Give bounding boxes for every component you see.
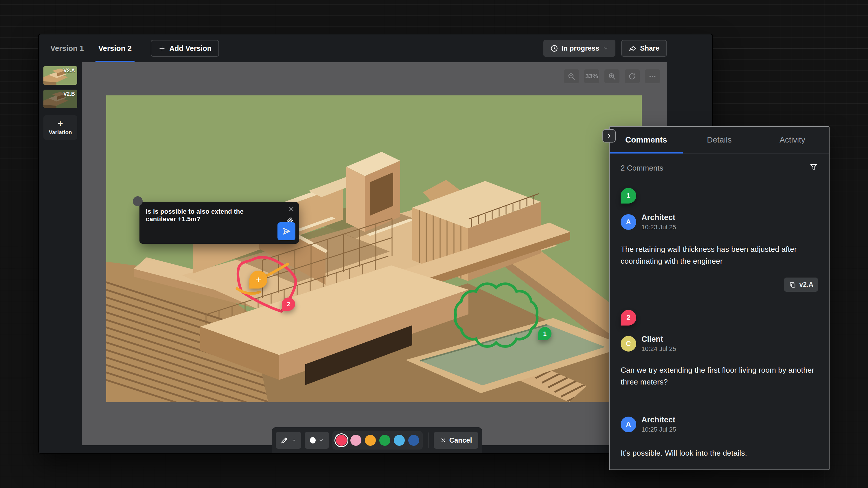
new-comment-pin[interactable]: +	[249, 270, 267, 289]
swatch-red[interactable]	[336, 435, 347, 446]
new-comment-pin-label: +	[255, 274, 261, 285]
close-icon[interactable]	[288, 205, 295, 214]
cancel-button[interactable]: Cancel	[434, 432, 478, 449]
swatch-lightblue[interactable]	[394, 435, 405, 446]
comments-panel: Comments Details Activity 2 Comments 1 A	[609, 126, 830, 470]
comment-text: It’s possible. Will look into the detail…	[621, 447, 818, 459]
comment-anchor-dot[interactable]	[133, 196, 143, 206]
zoom-in-icon	[608, 72, 616, 80]
panel-tabs: Comments Details Activity	[610, 127, 829, 154]
versions-icon	[789, 281, 796, 289]
zoom-out-button[interactable]	[564, 69, 579, 83]
avatar: A	[621, 214, 636, 230]
tab-version-2-label: Version 2	[98, 44, 132, 53]
comment-pin-1-label: 1	[543, 330, 547, 337]
comment-pin-1[interactable]: 1	[538, 327, 552, 340]
comment-reply[interactable]: A Architect 10:25 Jul 25 It’s possible. …	[621, 416, 818, 459]
tab-details[interactable]: Details	[683, 127, 756, 153]
more-options-button[interactable]	[645, 69, 660, 83]
plus-icon: +	[58, 120, 63, 128]
avatar: A	[621, 417, 636, 432]
status-dropdown[interactable]: In progress	[544, 40, 616, 57]
comment-pin-2-label: 2	[287, 301, 290, 307]
share-label: Share	[640, 44, 659, 52]
version-tag-chip[interactable]: v2.A	[784, 278, 818, 292]
chevron-down-icon	[318, 438, 324, 443]
comment-thread-1[interactable]: 1 A Architect 10:23 Jul 25 The retaining…	[621, 188, 818, 292]
refresh-icon	[628, 72, 636, 80]
chevron-up-icon	[291, 438, 297, 443]
thumbnail-v2a-label: V2.A	[63, 68, 75, 74]
add-variation-button[interactable]: + Variation	[43, 116, 77, 140]
comment-pin-2[interactable]: 2	[282, 297, 295, 311]
cancel-label: Cancel	[450, 436, 472, 444]
tab-activity-label: Activity	[779, 135, 805, 144]
add-version-label: Add Version	[169, 44, 212, 53]
comment-input-box[interactable]: Is is possible to also extend the cantil…	[140, 202, 299, 244]
zoom-level-value: 33%	[585, 72, 598, 80]
model-render-image[interactable]: + 2 1 Is is possible to also extend the …	[106, 95, 642, 402]
comment-author: Architect	[642, 416, 676, 424]
comment-timestamp: 10:23 Jul 25	[642, 224, 676, 231]
thumbnail-v2b[interactable]: V2.B	[43, 90, 77, 108]
thumbnail-v2b-label: V2.B	[63, 91, 75, 97]
plus-icon	[158, 44, 166, 52]
comment-2-marker: 2	[621, 310, 636, 326]
comment-author: Architect	[642, 213, 676, 222]
send-icon	[282, 227, 291, 236]
avatar-initial: A	[626, 420, 631, 428]
avatar-initial: C	[626, 340, 631, 348]
thumbnail-v2a[interactable]: V2.A	[43, 66, 77, 85]
swatch-pink[interactable]	[350, 435, 361, 446]
x-icon	[440, 437, 446, 444]
comment-thread-2[interactable]: 2 C Client 10:24 Jul 25 Can we try exten…	[621, 310, 818, 388]
active-panel-tab-indicator	[610, 152, 683, 154]
comment-2-marker-number: 2	[626, 314, 630, 322]
swatch-darkblue[interactable]	[408, 435, 419, 446]
avatar-initial: A	[626, 218, 631, 226]
comment-text: Can we try extending the first floor liv…	[621, 364, 818, 388]
chevron-down-icon	[603, 45, 609, 51]
tab-version-2[interactable]: Version 2	[95, 34, 135, 62]
zoom-out-icon	[567, 72, 576, 80]
avatar: C	[621, 336, 636, 352]
ellipsis-icon	[648, 72, 656, 80]
zoom-level[interactable]: 33%	[584, 69, 599, 83]
send-comment-button[interactable]	[277, 222, 296, 240]
swatch-orange[interactable]	[365, 435, 376, 446]
status-label: In progress	[562, 44, 599, 52]
comment-author: Client	[642, 335, 676, 344]
share-button[interactable]: Share	[621, 40, 667, 57]
comment-text: The retaining wall thickness has been ad…	[621, 243, 818, 267]
top-bar: Version 1 Version 2 Add Version In progr…	[39, 34, 712, 62]
variation-sidebar: V2.A V2.B + Variation	[39, 62, 82, 453]
swatch-green[interactable]	[379, 435, 390, 446]
share-icon	[629, 44, 637, 52]
filter-button[interactable]	[809, 163, 818, 173]
clock-icon	[550, 44, 558, 52]
zoom-in-button[interactable]	[604, 69, 619, 83]
zoom-toolbar: 33%	[564, 69, 660, 83]
comment-input-text[interactable]: Is is possible to also extend the cantil…	[146, 208, 273, 223]
refresh-button[interactable]	[625, 69, 640, 83]
pen-tool-button[interactable]	[276, 432, 301, 449]
stroke-size-button[interactable]	[305, 432, 329, 449]
tab-details-label: Details	[707, 135, 732, 144]
version-tag-label: v2.A	[799, 281, 813, 289]
add-variation-label: Variation	[49, 129, 72, 136]
tab-version-1[interactable]: Version 1	[48, 34, 87, 62]
color-palette	[333, 431, 423, 450]
architectural-model	[106, 95, 642, 402]
filter-icon	[809, 163, 818, 171]
tab-version-1-label: Version 1	[50, 44, 84, 53]
tab-comments[interactable]: Comments	[610, 127, 683, 153]
tab-comments-label: Comments	[625, 135, 667, 144]
comment-1-marker: 1	[621, 188, 636, 203]
toolbar-divider	[428, 432, 429, 448]
tab-activity[interactable]: Activity	[756, 127, 829, 153]
viewer-canvas[interactable]: 33%	[82, 62, 667, 445]
add-version-button[interactable]: Add Version	[151, 40, 219, 57]
comment-timestamp: 10:24 Jul 25	[642, 345, 676, 353]
stroke-size-dot	[310, 437, 316, 444]
desktop: { "window": { "topbar": { "tabs": [ {"la…	[0, 0, 868, 488]
